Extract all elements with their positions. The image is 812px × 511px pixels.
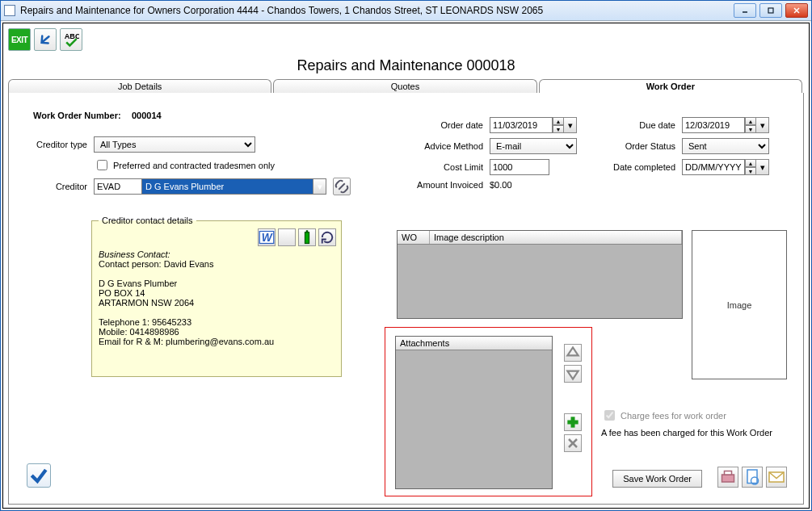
order-status-select[interactable]: Sent xyxy=(682,138,769,154)
creditor-contact-panel: Creditor contact details W Business Cont… xyxy=(91,216,342,377)
grid-col-desc: Image description xyxy=(430,231,682,244)
wonum-label: Work Order Number: xyxy=(33,111,121,120)
maximize-button[interactable] xyxy=(759,3,782,18)
preferred-tradesmen-label: Preferred and contracted tradesmen only xyxy=(113,161,275,170)
chevron-down-icon[interactable]: ▾ xyxy=(313,179,326,194)
creditor-type-label: Creditor type xyxy=(25,140,94,149)
order-date-input[interactable] xyxy=(490,117,553,133)
creditor-name-value: D G Evans Plumber xyxy=(145,182,224,191)
date-completed-label: Date completed xyxy=(601,162,682,172)
creditor-mobile: Mobile: 0414898986 xyxy=(99,327,334,337)
tab-work-order[interactable]: Work Order xyxy=(539,79,802,93)
tabbar: Job Details Quotes Work Order xyxy=(8,79,804,93)
date-completed-spinner[interactable]: ▲▼ xyxy=(745,159,756,175)
fee-charged-message: A fee has been charged for this Work Ord… xyxy=(601,428,787,438)
confirm-button[interactable] xyxy=(27,463,51,488)
order-date-dropdown[interactable]: ▾ xyxy=(564,117,577,133)
attachments-grid[interactable]: Attachments xyxy=(395,336,553,489)
amount-invoiced-label: Amount Invoiced xyxy=(397,180,490,190)
creditor-type-select[interactable]: All Types xyxy=(94,136,255,153)
preferred-tradesmen-input[interactable] xyxy=(97,160,107,170)
svg-text:ABC: ABC xyxy=(65,32,79,40)
svg-rect-7 xyxy=(305,232,309,244)
creditor-contact-legend: Creditor contact details xyxy=(99,216,196,225)
creditor-addr1: PO BOX 14 xyxy=(99,288,334,298)
creditor-addr2: ARTARMON NSW 2064 xyxy=(99,298,334,308)
creditor-code-input[interactable]: EVAD xyxy=(94,178,142,195)
date-completed-input[interactable] xyxy=(682,159,745,175)
close-button[interactable] xyxy=(785,3,808,18)
creditor-email: Email for R & M: plumbering@evans.com.au xyxy=(99,337,334,346)
preferred-tradesmen-checkbox[interactable]: Preferred and contracted tradesmen only xyxy=(94,157,275,173)
undo-button[interactable] xyxy=(34,28,57,51)
grid-col-wo: WO xyxy=(398,231,430,244)
svg-rect-1 xyxy=(768,8,773,13)
preview-icon[interactable] xyxy=(742,467,763,488)
svg-rect-15 xyxy=(747,470,757,484)
save-work-order-button[interactable]: Save Work Order xyxy=(612,470,702,488)
advice-method-label: Advice Method xyxy=(397,141,490,151)
order-date-spinner[interactable]: ▲▼ xyxy=(553,117,564,133)
remove-attachment-button[interactable] xyxy=(564,434,582,452)
page-title: Repairs and Maintenance 000018 xyxy=(8,56,804,79)
svg-text:W: W xyxy=(262,232,273,244)
svg-rect-13 xyxy=(722,475,734,482)
creditor-label: Creditor xyxy=(25,182,94,191)
move-up-button[interactable] xyxy=(564,344,582,362)
exit-button[interactable]: EXIT xyxy=(8,28,31,51)
add-attachment-button[interactable] xyxy=(564,413,582,431)
link-button[interactable] xyxy=(333,178,351,195)
tab-job-details[interactable]: Job Details xyxy=(8,79,271,93)
date-completed-dropdown[interactable]: ▾ xyxy=(756,159,769,175)
creditor-name-select[interactable]: D G Evans Plumber ▾ xyxy=(142,178,326,195)
creditor-phone: Telephone 1: 95645233 xyxy=(99,317,334,327)
tab-quotes[interactable]: Quotes xyxy=(273,79,536,93)
print-icon[interactable] xyxy=(717,467,738,488)
advice-method-select[interactable]: E-mail xyxy=(490,138,577,154)
window-title: Repairs and Maintenance for Owners Corpo… xyxy=(20,5,734,16)
toolbar: EXIT ABC xyxy=(8,27,804,56)
amount-invoiced-value: $0.00 xyxy=(490,180,512,190)
image-grid[interactable]: WO Image description xyxy=(397,230,683,319)
due-date-spinner[interactable]: ▲▼ xyxy=(745,117,756,133)
wonum-value: 000014 xyxy=(132,111,162,120)
creditor-name-line: D G Evans Plumber xyxy=(99,279,334,288)
svg-rect-14 xyxy=(725,471,732,475)
app-icon xyxy=(4,5,15,16)
battery-icon[interactable] xyxy=(298,228,316,246)
titlebar: Repairs and Maintenance for Owners Corpo… xyxy=(1,1,811,21)
charge-fees-input xyxy=(604,410,615,421)
move-down-button[interactable] xyxy=(564,365,582,383)
order-status-label: Order Status xyxy=(601,141,682,151)
order-date-label: Order date xyxy=(397,120,490,130)
email-icon[interactable] xyxy=(766,467,787,488)
due-date-label: Due date xyxy=(601,120,682,130)
spellcheck-button[interactable]: ABC xyxy=(60,28,82,51)
cost-limit-input[interactable] xyxy=(490,159,549,175)
cost-limit-label: Cost Limit xyxy=(397,162,490,172)
attachments-panel: Attachments xyxy=(385,327,592,496)
blank-action-1[interactable] xyxy=(278,228,296,246)
refresh-icon[interactable] xyxy=(318,228,336,246)
charge-fees-checkbox: Charge fees for work order xyxy=(601,408,787,423)
contact-person: Contact person: David Evans xyxy=(99,259,334,269)
minimize-button[interactable] xyxy=(734,3,756,18)
charge-fees-label: Charge fees for work order xyxy=(621,411,726,421)
due-date-dropdown[interactable]: ▾ xyxy=(756,117,769,133)
image-preview: Image xyxy=(692,230,787,379)
word-icon[interactable]: W xyxy=(258,228,276,246)
attachments-header: Attachments xyxy=(396,337,552,350)
svg-rect-8 xyxy=(306,230,309,232)
business-contact-heading: Business Contact: xyxy=(99,249,334,259)
due-date-input[interactable] xyxy=(682,117,745,133)
